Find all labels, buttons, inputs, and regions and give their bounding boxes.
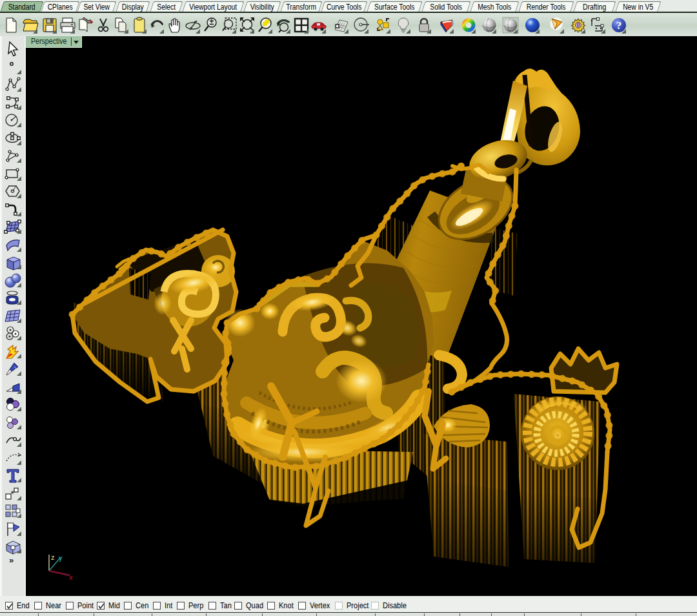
svg-text:y: y — [59, 554, 63, 562]
svg-text:?: ? — [616, 19, 622, 32]
svg-text:»: » — [9, 555, 14, 565]
svg-text:z: z — [51, 553, 55, 561]
svg-text:x: x — [69, 573, 73, 581]
